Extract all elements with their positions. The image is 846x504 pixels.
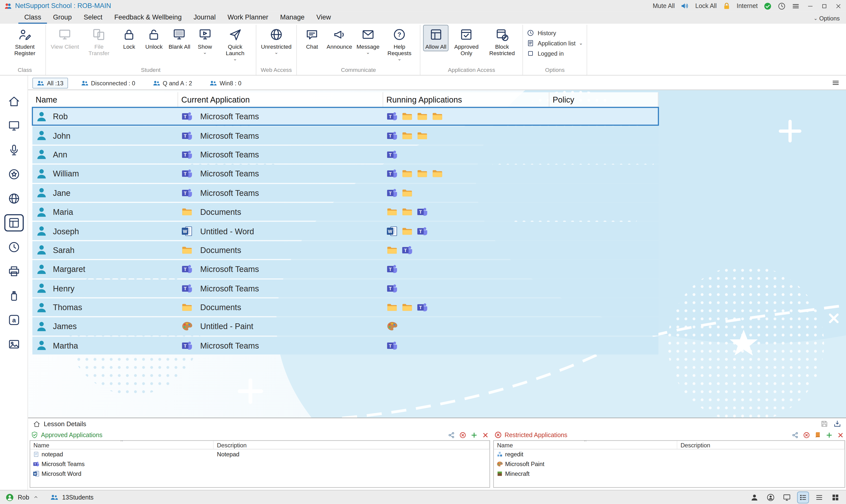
clock-icon[interactable] (778, 2, 786, 10)
menu-tab-view[interactable]: View (310, 13, 337, 24)
sidebar-item-media[interactable] (4, 336, 23, 353)
delete-button[interactable] (837, 431, 844, 438)
menu-tab-work-planner[interactable]: Work Planner (222, 13, 274, 24)
monitor-view-button[interactable] (781, 492, 792, 503)
view-tab-q-and-a-2[interactable]: Q and A : 2 (148, 77, 196, 88)
application-row-microsoft-paint[interactable]: Microsoft Paint (494, 459, 845, 469)
sidebar-item-devices[interactable] (4, 287, 23, 304)
application-row-notepad[interactable]: notepadNotepad (30, 449, 489, 459)
list-menu-icon[interactable] (831, 79, 840, 87)
connected-user-icon[interactable] (5, 493, 14, 502)
student-row-henry[interactable]: HenryTMicrosoft TeamsT (33, 279, 659, 297)
menu-tab-select[interactable]: Select (78, 13, 108, 24)
column-header-description[interactable]: Description (677, 441, 845, 449)
share-button[interactable] (792, 431, 798, 438)
ribbon-button-block-restricted[interactable]: Block Restricted (484, 25, 520, 58)
ribbon-button-quick-launch[interactable]: Quick Launch⌄ (217, 25, 253, 63)
ribbon-button-view-client[interactable]: View Client (49, 25, 81, 51)
student-row-maria[interactable]: MariaDocumentsT (33, 203, 659, 221)
ribbon-button-show[interactable]: Show⌄ (193, 25, 217, 57)
menu-tab-class[interactable]: Class (18, 13, 47, 24)
student-row-margaret[interactable]: MargaretTMicrosoft TeamsT (33, 260, 659, 278)
student-row-sarah[interactable]: SarahDocumentsT (33, 241, 659, 259)
details-view-button[interactable] (797, 492, 808, 503)
ribbon-button-allow-all[interactable]: Allow All (423, 25, 449, 51)
ribbon-button-help-requests[interactable]: ?Help Requests⌄ (382, 25, 417, 63)
ribbon-button-chat[interactable]: Chat (300, 25, 324, 51)
internet-button[interactable]: Internet (737, 3, 758, 9)
application-row-microsoft-teams[interactable]: TMicrosoft Teams (30, 459, 489, 469)
view-tab-disconnected-0[interactable]: Disconnected : 0 (76, 77, 140, 88)
speaker-icon[interactable] (681, 1, 689, 10)
sidebar-item-print[interactable] (4, 263, 23, 280)
student-row-martha[interactable]: MarthaTMicrosoft TeamsT (33, 337, 659, 355)
view-tab-win8-0[interactable]: Win8 : 0 (205, 77, 246, 88)
ribbon-button-file-transfer[interactable]: File Transfer (81, 25, 117, 58)
ribbon-button-history[interactable]: History (527, 29, 583, 37)
remove-button[interactable] (459, 431, 466, 438)
sidebar-item-monitor[interactable] (4, 117, 23, 134)
grid-view-button[interactable] (830, 492, 841, 503)
options-menu[interactable]: ⌄ Options (813, 15, 840, 24)
student-user-button[interactable] (765, 492, 776, 503)
application-row-minecraft[interactable]: Minecraft (494, 469, 845, 479)
minimize-button[interactable] (807, 2, 814, 10)
menu-icon[interactable] (792, 2, 799, 10)
share-button[interactable] (448, 431, 455, 438)
chevron-up-icon[interactable] (33, 494, 39, 500)
remove-button[interactable] (803, 431, 810, 438)
lock-all-button[interactable]: Lock All (695, 3, 717, 9)
delete-button[interactable] (482, 431, 489, 438)
ribbon-button-unrestricted[interactable]: Unrestricted⌄ (259, 25, 294, 57)
sidebar-item-time[interactable] (4, 238, 23, 256)
student-row-james[interactable]: JamesUntitled - Paint (33, 317, 659, 335)
student-row-ann[interactable]: AnnTMicrosoft TeamsT (33, 145, 659, 163)
maximize-button[interactable] (821, 2, 828, 10)
menu-tab-manage[interactable]: Manage (274, 13, 310, 24)
student-row-joseph[interactable]: JosephWUntitled - WordWT (33, 222, 659, 240)
student-row-jane[interactable]: JaneTMicrosoft TeamsT (33, 184, 659, 202)
add-button[interactable] (471, 431, 478, 438)
add-button[interactable] (826, 431, 833, 438)
ribbon-button-blank-all[interactable]: Blank All (166, 25, 193, 51)
close-button[interactable] (835, 2, 842, 10)
column-header-name[interactable]: Name⌃ (494, 441, 677, 449)
sidebar-item-typing[interactable]: a (4, 311, 23, 329)
student-row-william[interactable]: WilliamTMicrosoft TeamsT (33, 165, 659, 183)
student-row-rob[interactable]: RobTMicrosoft TeamsT (33, 107, 659, 125)
save-icon[interactable] (820, 420, 828, 428)
lock-icon[interactable] (723, 2, 731, 10)
student-row-john[interactable]: JohnTMicrosoft TeamsT (33, 126, 659, 144)
application-row-microsoft-word[interactable]: WMicrosoft Word (30, 469, 489, 479)
view-tab-all-13[interactable]: All :13 (33, 77, 68, 88)
menu-tab-journal[interactable]: Journal (188, 13, 222, 24)
policy-book-button[interactable] (814, 431, 821, 438)
list-view-button[interactable] (814, 492, 825, 503)
ribbon-button-student-register[interactable]: Student Register (7, 25, 43, 58)
ribbon-button-unlock[interactable]: Unlock (142, 25, 166, 51)
ribbon-button-lock[interactable]: Lock (117, 25, 142, 51)
student-row-thomas[interactable]: ThomasDocumentsT (33, 299, 659, 317)
mute-all-button[interactable]: Mute All (653, 3, 674, 9)
menu-tab-feedback-wellbeing[interactable]: Feedback & Wellbeing (108, 13, 188, 24)
menu-tab-group[interactable]: Group (47, 13, 78, 24)
ribbon-button-application-list[interactable]: Application list⌄ (527, 39, 583, 47)
column-header-name[interactable]: Name (33, 92, 178, 107)
ribbon-button-logged-in[interactable]: Logged in (527, 50, 583, 57)
column-header-name[interactable]: Name⌃ (30, 441, 214, 449)
ribbon-button-message[interactable]: Message⌄ (354, 25, 382, 57)
import-icon[interactable] (833, 420, 841, 428)
sidebar-item-web[interactable] (4, 190, 23, 207)
column-header-current-application[interactable]: Current Application (178, 92, 383, 107)
connect-user-button[interactable] (749, 492, 760, 503)
application-row-regedit[interactable]: regedit (494, 449, 845, 459)
column-header-running-applications[interactable]: Running Applications (383, 92, 549, 107)
ribbon-button-approved-only[interactable]: Approved Only (449, 25, 484, 58)
column-header-description[interactable]: Description (214, 441, 489, 449)
column-header-policy[interactable]: Policy (549, 92, 658, 107)
sidebar-item-home[interactable] (4, 93, 23, 110)
sidebar-item-wellbeing[interactable] (4, 166, 23, 183)
ribbon-button-announce[interactable]: Announce (324, 25, 354, 51)
sidebar-item-applications[interactable] (4, 214, 23, 232)
sidebar-item-audio[interactable] (4, 142, 23, 159)
